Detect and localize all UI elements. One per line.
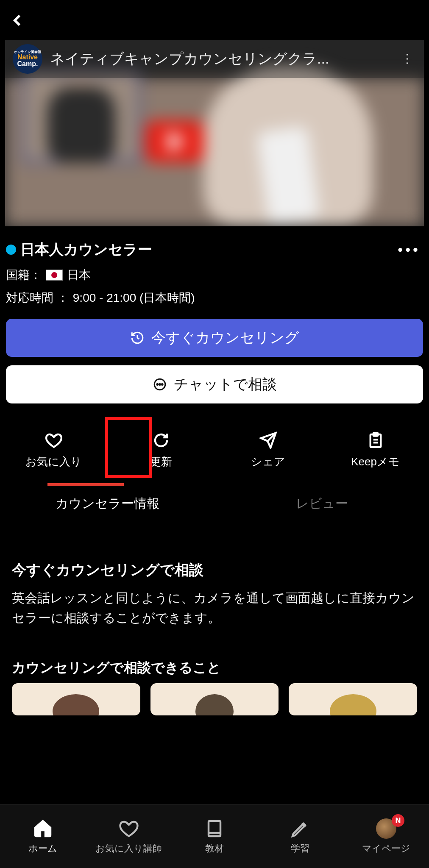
- nav-materials-label: 教材: [205, 842, 224, 855]
- svg-rect-8: [209, 821, 220, 836]
- nav-favorites-label: お気に入り講師: [95, 842, 162, 855]
- svg-point-3: [162, 384, 163, 385]
- share-action[interactable]: シェア: [214, 420, 322, 480]
- heart-icon: [45, 431, 63, 449]
- notification-badge: N: [392, 814, 404, 827]
- topic-cards: [12, 683, 417, 715]
- logo-line1: Native: [17, 54, 38, 61]
- nav-home[interactable]: ホーム: [0, 805, 86, 868]
- nav-study[interactable]: 学習: [257, 805, 343, 868]
- share-label: シェア: [251, 454, 285, 469]
- counselor-title: 日本人カウンセラー: [20, 240, 395, 259]
- home-icon: [33, 818, 53, 839]
- video-thumbnail: [5, 78, 424, 226]
- favorite-action[interactable]: お気に入り: [0, 420, 107, 480]
- nationality-row: 国籍： 日本: [6, 267, 91, 283]
- section-heading-2: カウンセリングで相談できること: [12, 659, 417, 677]
- pencil-icon: [290, 818, 310, 839]
- favorite-label: お気に入り: [25, 454, 82, 469]
- status-indicator: [6, 245, 16, 255]
- channel-logo: オンライン英会話 Native Camp.: [13, 44, 42, 74]
- counseling-now-label: 今すぐカウンセリング: [151, 328, 299, 348]
- history-icon: [130, 331, 145, 345]
- topic-card[interactable]: [150, 683, 279, 715]
- logo-line2: Camp.: [17, 61, 38, 67]
- hours-label: 対応時間 ：: [6, 290, 69, 306]
- section-heading-1: 今すぐカウンセリングで相談: [12, 560, 417, 580]
- nav-mypage-label: マイページ: [362, 842, 410, 855]
- keep-memo-action[interactable]: Keepメモ: [322, 420, 429, 480]
- bottom-nav: ホーム お気に入り講師 教材 学習 マイページ N: [0, 804, 429, 868]
- chat-icon: [153, 377, 167, 392]
- chat-consult-button[interactable]: チャットで相談: [6, 365, 423, 403]
- tab-review[interactable]: レビュー: [214, 483, 429, 524]
- hours-row: 対応時間 ： 9:00 - 21:00 (日本時間): [6, 290, 195, 306]
- keep-memo-label: Keepメモ: [351, 454, 400, 469]
- japan-flag-icon: [46, 270, 63, 281]
- refresh-label: 更新: [150, 454, 172, 469]
- nav-favorites[interactable]: お気に入り講師: [86, 805, 171, 868]
- back-button[interactable]: [5, 8, 31, 33]
- svg-point-2: [159, 384, 160, 385]
- video-title: ネイティブキャンプカウンセリングクラ...: [50, 49, 392, 69]
- section-paragraph-1: 英会話レッスンと同じように、カメラを通して画面越しに直接カウンセラーに相談するこ…: [12, 588, 417, 628]
- nav-materials[interactable]: 教材: [172, 805, 257, 868]
- nav-mypage[interactable]: マイページ N: [343, 805, 429, 868]
- topic-card[interactable]: [289, 683, 417, 715]
- svg-point-1: [156, 384, 158, 385]
- counseling-now-button[interactable]: 今すぐカウンセリング: [6, 319, 423, 357]
- hours-value: 9:00 - 21:00 (日本時間): [73, 290, 195, 306]
- more-button[interactable]: •••: [395, 242, 423, 258]
- tab-review-label: レビュー: [296, 495, 348, 512]
- heart-icon: [119, 818, 139, 839]
- nationality-label: 国籍：: [6, 267, 42, 283]
- topic-card[interactable]: [12, 683, 140, 715]
- tab-counselor-info[interactable]: カウンセラー情報: [0, 483, 214, 524]
- clipboard-icon: [367, 431, 384, 449]
- refresh-action[interactable]: 更新: [107, 420, 214, 480]
- nationality-value: 日本: [67, 267, 91, 283]
- nav-home-label: ホーム: [28, 842, 57, 855]
- refresh-icon: [152, 431, 170, 449]
- book-icon: [204, 818, 225, 839]
- tab-info-label: カウンセラー情報: [56, 495, 159, 512]
- paper-plane-icon: [259, 431, 277, 449]
- video-player[interactable]: オンライン英会話 Native Camp. ネイティブキャンプカウンセリングクラ…: [5, 40, 424, 226]
- chat-consult-label: チャットで相談: [174, 375, 277, 394]
- chevron-left-icon: [11, 13, 25, 28]
- nav-study-label: 学習: [291, 842, 309, 855]
- video-menu-button[interactable]: ⋯: [401, 50, 415, 67]
